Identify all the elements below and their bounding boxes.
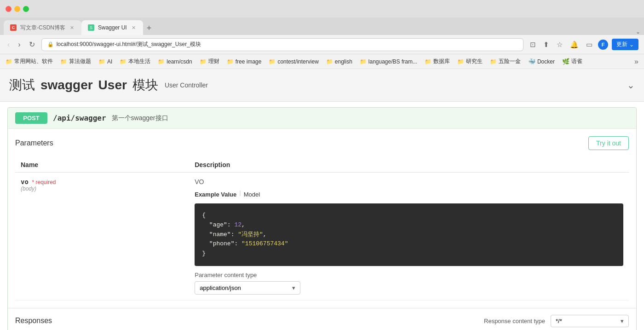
tab-bar: C 写文章-CSDN博客 ✕ S Swagger UI ✕ + ⌄ — [0, 17, 644, 35]
folder-icon: 📁 — [60, 58, 67, 65]
url-text: localhost:9000/swagger-ui.html#/测试_swagg… — [57, 41, 201, 48]
title-suffix: 模块 — [132, 76, 158, 94]
col-name: Name — [15, 157, 189, 173]
tab-close-swagger[interactable]: ✕ — [131, 24, 137, 32]
try-it-out-button[interactable]: Try it out — [588, 136, 629, 150]
tab-icon-csdn: C — [10, 24, 17, 31]
address-bar: ‹ › ↻ 🔒 localhost:9000/swagger-ui.html#/… — [0, 35, 644, 54]
translate-button[interactable]: ⊡ — [528, 39, 538, 51]
bookmark-wuxian[interactable]: 📁 五险一金 — [490, 58, 521, 65]
swagger-header: 测试 swagger User 模块 User Controller ⌄ — [0, 69, 644, 102]
params-header: Parameters Try it out — [15, 136, 629, 150]
chevron-down-icon: ▾ — [292, 284, 295, 291]
traffic-lights — [6, 6, 29, 12]
share-button[interactable]: ⬆ — [541, 39, 551, 51]
collapse-button[interactable]: ⌄ — [627, 80, 635, 91]
tab-csdn[interactable]: C 写文章-CSDN博客 ✕ — [4, 20, 81, 35]
close-button[interactable] — [6, 6, 12, 12]
title-bold2: User — [98, 78, 127, 93]
responses-section: Responses Response content type */* ▾ — [8, 308, 636, 330]
bookmark-docker[interactable]: 🐳 Docker — [528, 58, 555, 65]
browser-actions: ⊡ ⬆ ☆ 🔔 ▭ F 更新 ⌄ — [528, 39, 638, 51]
page-content: 测试 swagger User 模块 User Controller ⌄ POS… — [0, 69, 644, 330]
update-chevron-icon: ⌄ — [629, 41, 634, 48]
content-type-label: Parameter content type — [195, 272, 623, 278]
param-location: (body) — [21, 185, 184, 192]
folder-icon: 📁 — [360, 58, 367, 65]
bookmark-label: AI — [107, 58, 112, 65]
bookmark-label: 常用网站、软件 — [14, 58, 53, 65]
params-table: Name Description vo * required (body) — [15, 157, 629, 301]
maximize-button[interactable] — [23, 6, 29, 12]
response-ct-value: */* — [556, 318, 621, 324]
bookmark-english[interactable]: 📁 english — [326, 58, 352, 65]
folder-icon: 📁 — [490, 58, 497, 65]
bookmarks-bar: 📁 常用网站、软件 📁 算法做题 📁 AI 📁 本地生活 📁 learn/csd… — [0, 54, 644, 69]
parameters-section: Parameters Try it out Name Description — [8, 128, 636, 308]
bookmark-db[interactable]: 📁 数据库 — [425, 58, 450, 65]
response-chevron-down-icon: ▾ — [621, 318, 624, 324]
tabs-expand-button[interactable]: ⌄ — [636, 29, 640, 35]
title-bold1: swagger — [40, 78, 93, 93]
folder-icon: 📁 — [425, 58, 431, 65]
table-row: vo * required (body) VO Example Value | — [15, 173, 629, 301]
api-path: /api/swagger — [53, 114, 106, 122]
folder-icon: 📁 — [457, 58, 464, 65]
bookmark-suanfa[interactable]: 📁 算法做题 — [60, 58, 91, 65]
new-tab-button[interactable]: + — [143, 22, 155, 35]
bookmark-label: 五险一金 — [499, 58, 521, 65]
model-tab[interactable]: Model — [244, 189, 260, 200]
content-type-select[interactable]: application/json ▾ — [195, 281, 300, 295]
response-content-type-select[interactable]: */* ▾ — [551, 315, 629, 327]
cast-button[interactable]: ▭ — [584, 39, 594, 51]
forward-button[interactable]: › — [16, 39, 22, 51]
api-block: POST /api/swagger 第一个swagger接口 Parameter… — [7, 107, 637, 330]
folder-icon: 📁 — [227, 58, 234, 65]
folder-icon: 📁 — [269, 58, 276, 65]
update-button[interactable]: 更新 ⌄ — [612, 39, 638, 50]
example-tabs: Example Value | Model — [195, 189, 623, 200]
bookmark-label: free image — [236, 58, 262, 65]
bookmark-free-image[interactable]: 📁 free image — [227, 58, 262, 65]
tab-icon-swagger: S — [88, 24, 94, 31]
bookmark-licai[interactable]: 📁 理财 — [200, 58, 219, 65]
bookmark-ai[interactable]: 📁 AI — [98, 58, 112, 65]
bookmark-changnyong[interactable]: 📁 常用网站、软件 — [6, 58, 53, 65]
extensions-button[interactable]: 🔔 — [568, 39, 581, 51]
api-method-row[interactable]: POST /api/swagger 第一个swagger接口 — [8, 108, 636, 128]
bookmark-yanjiu[interactable]: 📁 研究生 — [457, 58, 483, 65]
bookmark-label: 理财 — [208, 58, 219, 65]
folder-icon: 📁 — [120, 58, 126, 65]
tab-swagger[interactable]: S Swagger UI ✕ — [81, 20, 143, 35]
param-label: VO — [195, 178, 623, 185]
col-description: Description — [189, 157, 629, 173]
tab-close-csdn[interactable]: ✕ — [69, 24, 75, 32]
bookmark-label: 语雀 — [571, 58, 582, 65]
back-button[interactable]: ‹ — [6, 39, 12, 51]
bookmark-label: Docker — [537, 58, 555, 65]
content-type-value: application/json — [200, 284, 292, 291]
minimize-button[interactable] — [14, 6, 20, 12]
param-name-cell: vo * required (body) — [15, 173, 189, 301]
bookmark-yuque[interactable]: 🌿 语雀 — [562, 58, 582, 65]
bookmark-label: 算法做题 — [69, 58, 91, 65]
tab-label-csdn: 写文章-CSDN博客 — [20, 24, 65, 32]
responses-title: Responses — [15, 317, 52, 325]
profile-button[interactable]: F — [598, 40, 608, 50]
bookmark-language[interactable]: 📁 language/BS fram... — [360, 58, 417, 65]
bookmarks-more-button[interactable]: » — [634, 58, 638, 66]
folder-icon: 📁 — [158, 58, 165, 65]
tab-divider: | — [239, 189, 241, 200]
param-desc-cell: VO Example Value | Model { "age": 12, "n… — [189, 173, 629, 301]
tab-label-swagger: Swagger UI — [98, 24, 127, 31]
bookmark-local[interactable]: 📁 本地生活 — [120, 58, 150, 65]
address-input[interactable]: 🔒 localhost:9000/swagger-ui.html#/测试_swa… — [41, 38, 523, 51]
example-value-tab[interactable]: Example Value — [195, 189, 236, 200]
update-label: 更新 — [616, 41, 627, 48]
bookmark-learn[interactable]: 📁 learn/csdn — [158, 58, 192, 65]
reload-button[interactable]: ↻ — [27, 38, 37, 51]
bookmark-button[interactable]: ☆ — [555, 39, 564, 51]
method-badge: POST — [15, 112, 47, 124]
page-title: 测试 swagger User 模块 — [9, 76, 158, 94]
bookmark-contest[interactable]: 📁 contest/interview — [269, 58, 318, 65]
